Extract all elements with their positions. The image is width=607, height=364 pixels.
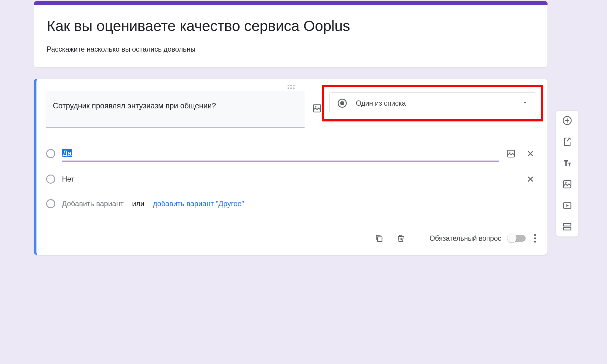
svg-point-1 (315, 106, 316, 107)
required-label: Обязательный вопрос (430, 234, 501, 243)
option-row: Нет (46, 171, 536, 187)
section-icon (562, 222, 572, 232)
form-header-card[interactable]: Как вы оцениваете качество сервиса Ooplu… (34, 1, 548, 68)
svg-rect-10 (564, 228, 571, 230)
question-type-wrap: Один из списка (329, 92, 536, 114)
svg-point-3 (509, 151, 510, 153)
question-type-dropdown[interactable]: Один из списка (329, 92, 536, 114)
question-type-label: Один из списка (356, 99, 513, 107)
drag-handle[interactable] (46, 79, 536, 87)
text-icon (562, 158, 572, 168)
add-other-button[interactable]: добавить вариант "Другое" (153, 199, 244, 208)
add-image-button[interactable] (562, 179, 573, 190)
footer-action-icons (373, 233, 406, 244)
add-option-row: Добавить вариант или добавить вариант "Д… (46, 197, 536, 220)
video-icon (562, 201, 572, 210)
option-remove-button[interactable] (525, 148, 536, 159)
drag-dots-icon (288, 85, 295, 89)
plus-circle-icon (562, 116, 572, 125)
add-question-image-button[interactable] (311, 102, 323, 115)
question-footer: Обязательный вопрос (46, 224, 536, 255)
option-input[interactable]: Нет (62, 175, 518, 183)
option-row-actions (525, 174, 536, 185)
image-icon (312, 104, 322, 113)
duplicate-button[interactable] (373, 233, 384, 244)
add-video-button[interactable] (562, 200, 573, 211)
side-toolbar (556, 111, 579, 237)
option-remove-button[interactable] (525, 174, 536, 185)
radio-icon (338, 99, 347, 108)
svg-rect-9 (564, 223, 571, 226)
question-text-input[interactable]: Сотрудник проявлял энтузиазм при общении… (46, 91, 305, 128)
divider (418, 231, 418, 246)
add-section-button[interactable] (562, 221, 573, 232)
svg-rect-4 (377, 237, 382, 242)
trash-icon (396, 234, 405, 243)
import-icon (562, 137, 572, 147)
more-vertical-icon (534, 234, 536, 243)
form-editor-workspace: Как вы оцениваете качество сервиса Ooplu… (34, 1, 548, 255)
option-input[interactable]: Да (62, 149, 499, 162)
options-list: Да (46, 128, 536, 220)
option-row-actions (506, 148, 536, 159)
close-icon (526, 175, 535, 184)
add-title-button[interactable] (562, 158, 573, 168)
form-title[interactable]: Как вы оцениваете качество сервиса Ooplu… (47, 17, 535, 34)
option-row: Да (46, 146, 536, 162)
delete-button[interactable] (395, 233, 406, 244)
add-option-or: или (132, 199, 145, 208)
close-icon (526, 149, 535, 158)
form-description[interactable]: Расскажите насколько вы остались довольн… (47, 45, 535, 53)
option-image-button[interactable] (506, 148, 517, 159)
image-icon (562, 179, 572, 189)
question-card: Сотрудник проявлял энтузиазм при общении… (34, 79, 548, 255)
more-options-button[interactable] (534, 234, 536, 243)
radio-placeholder-icon (46, 199, 55, 208)
image-icon (506, 149, 516, 158)
add-option-button[interactable]: Добавить вариант (62, 199, 124, 208)
radio-placeholder-icon (46, 175, 55, 184)
required-toggle[interactable] (508, 235, 526, 242)
option-label: Да (62, 149, 72, 157)
import-questions-button[interactable] (562, 136, 573, 147)
radio-placeholder-icon (46, 149, 55, 158)
add-question-button[interactable] (562, 115, 573, 126)
question-top-row: Сотрудник проявлял энтузиазм при общении… (46, 87, 536, 128)
chevron-down-icon (522, 100, 528, 107)
svg-point-7 (565, 182, 567, 183)
copy-icon (374, 234, 384, 243)
